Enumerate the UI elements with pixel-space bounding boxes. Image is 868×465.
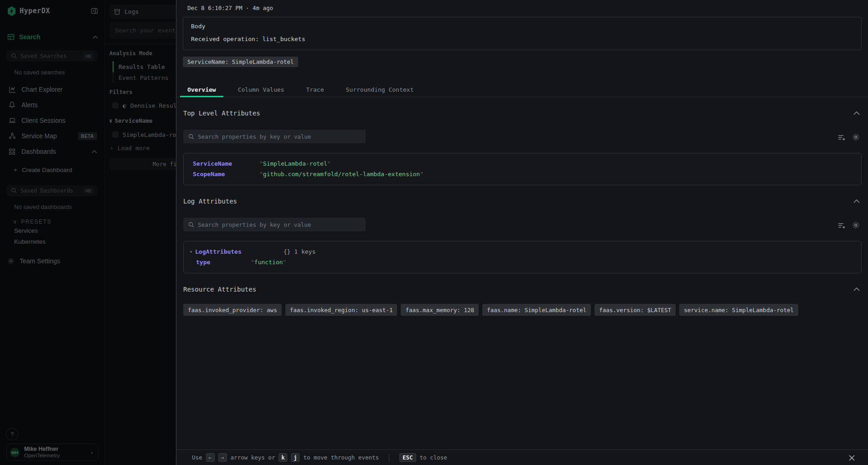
key-j: j <box>291 453 300 462</box>
drawer-tabs: Overview Column Values Trace Surrounding… <box>176 82 868 97</box>
log-attributes-panel: ▾ LogAttributes {} 1 keys type function <box>183 241 862 273</box>
tab-trace[interactable]: Trace <box>299 82 331 97</box>
section-title: Resource Attributes <box>183 286 256 293</box>
tab-surrounding-context[interactable]: Surrounding Context <box>339 82 421 97</box>
event-timestamp: Dec 8 6:10:27 PM · 4m ago <box>187 5 868 11</box>
filter-lines-icon[interactable] <box>837 134 845 141</box>
gear-icon[interactable] <box>852 221 860 229</box>
key-k: k <box>279 453 287 462</box>
section-title: Log Attributes <box>183 198 237 205</box>
tab-column-values[interactable]: Column Values <box>231 82 292 97</box>
chevron-up-icon[interactable] <box>853 199 860 203</box>
footer-text-move: to move through events <box>303 454 379 461</box>
top-level-attributes-panel: ServiceName SimpleLambda-rotel ScopeName… <box>183 153 862 185</box>
search-icon <box>188 222 194 228</box>
log-attributes-search-row <box>183 205 860 231</box>
key-left-arrow: ← <box>206 453 215 462</box>
chevron-up-icon[interactable] <box>853 287 860 291</box>
drawer-footer: Use ← → arrow keys or k j to move throug… <box>176 449 868 465</box>
footer-divider <box>389 454 389 461</box>
section-tools <box>837 133 860 143</box>
attribute-row[interactable]: ScopeName github.com/streamfold/rotel-la… <box>184 169 861 179</box>
event-body-box: Body Received operation: list_buckets <box>183 17 862 50</box>
body-label: Body <box>191 23 853 30</box>
properties-search[interactable] <box>183 130 366 143</box>
resource-chip[interactable]: faas.version: $LATEST <box>594 304 676 316</box>
section-top-level-attributes: Top Level Attributes <box>183 110 860 117</box>
footer-text-arrows: arrow keys or <box>231 454 275 461</box>
attribute-row[interactable]: type function <box>184 257 861 267</box>
section-resource-attributes: Resource Attributes <box>183 286 860 293</box>
event-detail-drawer: Dec 8 6:10:27 PM · 4m ago Body Received … <box>176 0 868 465</box>
attribute-key: type <box>196 259 251 266</box>
attribute-row[interactable]: ServiceName SimpleLambda-rotel <box>184 158 861 169</box>
footer-text-use: Use <box>192 454 202 461</box>
resource-chip[interactable]: faas.name: SimpleLambda-rotel <box>482 304 591 316</box>
hyperdx-app: HyperDX Search ⌘K No saved searches <box>0 0 868 465</box>
tree-meta: {} 1 keys <box>284 248 315 255</box>
resource-chip[interactable]: faas.max_memory: 128 <box>401 304 479 316</box>
footer-text-close: to close <box>420 454 447 461</box>
resource-attribute-chips: faas.invoked_provider: aws faas.invoked_… <box>183 304 862 316</box>
section-title: Top Level Attributes <box>183 110 260 117</box>
service-tag-chip[interactable]: ServiceName: SimpleLambda-rotel <box>183 57 298 67</box>
section-tools <box>837 221 860 231</box>
tree-root-key: LogAttributes <box>195 248 242 255</box>
body-value: Received operation: list_buckets <box>191 36 853 42</box>
attribute-key: ScopeName <box>193 171 259 178</box>
attribute-value: function <box>251 259 861 266</box>
top-level-search-row <box>183 117 860 143</box>
chevron-up-icon[interactable] <box>853 111 860 115</box>
attribute-value: github.com/streamfold/rotel-lambda-exten… <box>259 171 861 178</box>
collapse-triangle-icon[interactable]: ▾ <box>190 249 192 254</box>
attribute-value: SimpleLambda-rotel <box>259 160 861 167</box>
resource-chip[interactable]: faas.invoked_provider: aws <box>183 304 282 316</box>
properties-search[interactable] <box>183 218 366 231</box>
close-icon[interactable] <box>848 455 855 461</box>
tab-overview[interactable]: Overview <box>180 82 223 97</box>
key-esc: ESC <box>399 453 416 462</box>
resource-chip[interactable]: service.name: SimpleLambda-rotel <box>679 304 798 316</box>
tag-row: ServiceName: SimpleLambda-rotel <box>183 57 868 67</box>
tree-root-row[interactable]: ▾ LogAttributes {} 1 keys <box>184 246 861 257</box>
key-right-arrow: → <box>218 453 227 462</box>
filter-lines-icon[interactable] <box>837 222 845 229</box>
section-log-attributes: Log Attributes <box>183 198 860 205</box>
properties-search-input[interactable] <box>198 133 361 140</box>
resource-chip[interactable]: faas.invoked_region: us-east-1 <box>285 304 398 316</box>
search-icon <box>188 134 194 140</box>
attribute-key: ServiceName <box>193 160 259 167</box>
properties-search-input[interactable] <box>198 221 361 228</box>
gear-icon[interactable] <box>852 133 860 141</box>
